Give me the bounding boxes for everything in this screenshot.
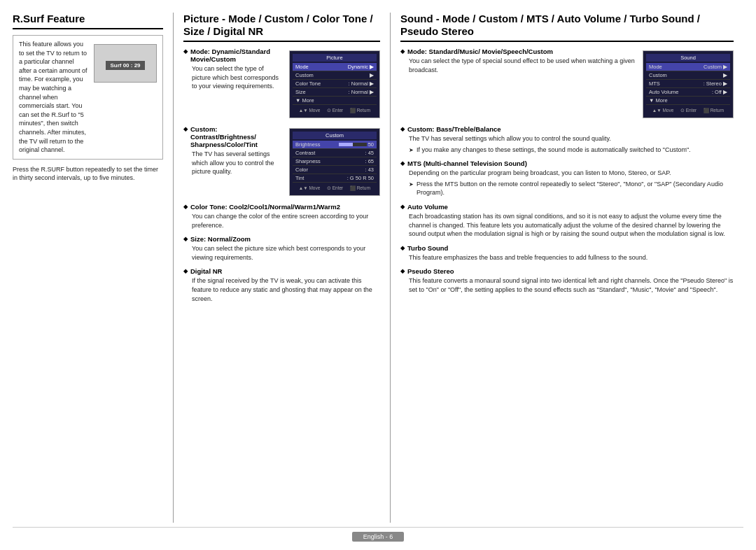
mts-body: Depending on the particular program bein… [400,169,734,178]
digitalnr-item: Digital NR If the signal received by the… [183,267,380,303]
custom-tv-screen: Custom Brightness 50 [289,128,380,196]
pseudo-item: Pseudo Stereo This feature converts a mo… [400,267,734,294]
picture-tv-title: Picture [293,54,377,62]
picture-tv-screen: Picture ModeDynamic ▶ Custom▶ Color Tone… [289,50,380,118]
digitalnr-title: Digital NR [183,267,380,275]
sound-mode-item: Mode: Standard/Music/ Movie/Speech/Custo… [400,48,637,74]
colortone-body: You can change the color of the entire s… [183,212,380,230]
sound-mode-title: Mode: Standard/Music/ Movie/Speech/Custo… [400,48,637,55]
picture-custom-body: The TV has several settings which allow … [183,150,284,176]
autovol-item: Auto Volume Each broadcasting station ha… [400,203,734,239]
mts-title: MTS (Multi-channel Television Sound) [400,160,734,167]
colortone-item: Color Tone: Cool2/Cool1/Normal/Warm1/War… [183,203,380,230]
picture-mode-title: Mode: Dynamic/Standard Movie/Custom [183,48,284,63]
sound-tv-row-more: ▼ More [646,97,730,105]
sound-tv-row-mode: ModeCustom ▶ [646,63,730,71]
tv-row-color: Color: 43 [293,166,377,174]
footer-badge: English - 6 [352,532,405,542]
sound-tv-nav: ▲▼ Move⊙ Enter⬛ Return [646,106,730,115]
sound-mode-body: You can select the type of special sound… [400,57,637,74]
tv-row-more: ▼ More [293,97,377,105]
picture-mode-body: You can select the type of picture which… [183,64,284,91]
sound-header: Sound - Mode / Custom / MTS / Auto Volum… [400,13,734,42]
rsurf-title: R.Surf Feature [13,13,163,25]
pseudo-body: This feature converts a monaural sound s… [400,276,734,294]
custom-tv-title: Custom [293,132,377,139]
col-sound: Sound - Mode / Custom / MTS / Auto Volum… [391,13,743,523]
pseudo-title: Pseudo Stereo [400,267,734,275]
columns: R.Surf Feature This feature allows you t… [13,13,743,523]
picture-tv-nav: ▲▼ Move⊙ Enter⬛ Return [293,106,377,115]
picture-custom-item: Custom: Contrast/Brightness/ Sharpness/C… [183,125,284,176]
digitalnr-body: If the signal received by the TV is weak… [183,276,380,303]
rsurf-header: R.Surf Feature [13,13,163,29]
sound-tv-row-autovol: Auto Volume: Off ▶ [646,88,730,97]
rsurf-intro-box: This feature allows you to set the TV to… [13,35,163,160]
rsurf-intro-text: This feature allows you to set the TV to… [19,40,88,155]
surf-bar-label: Surf 00 : 29 [106,61,144,70]
footer: English - 6 [13,527,743,543]
tv-row-sharpness: Sharpness: 65 [293,157,377,166]
sound-tv-screen: Sound ModeCustom ▶ Custom▶ MTS: Stereo ▶ [643,50,734,118]
size-body: You can select the picture size which be… [183,244,380,262]
sound-custom-arrow: If you make any changes to these setting… [400,146,734,155]
size-item: Size: Normal/Zoom You can select the pic… [183,235,380,262]
turbo-body: This feature emphasizes the bass and tre… [400,253,734,262]
sound-tv-row-mts: MTS: Stereo ▶ [646,80,730,88]
autovol-title: Auto Volume [400,203,734,211]
col-rsurf: R.Surf Feature This feature allows you t… [13,13,174,523]
tv-row-custom: Custom▶ [293,71,377,80]
mts-item: MTS (Multi-channel Television Sound) Dep… [400,160,734,197]
tv-row-size: Size: Normal ▶ [293,88,377,97]
sound-tv-row-custom: Custom▶ [646,71,730,80]
mts-arrow: Press the MTS button on the remote contr… [400,180,734,197]
tv-row-contrast: Contrast: 45 [293,149,377,157]
turbo-item: Turbo Sound This feature emphasizes the … [400,244,734,262]
picture-header: Picture - Mode / Custom / Color Tone / S… [183,13,380,42]
turbo-title: Turbo Sound [400,244,734,252]
sound-tv-title: Sound [646,54,730,62]
picture-title: Picture - Mode / Custom / Color Tone / S… [183,13,380,38]
tv-row-brightness: Brightness 50 [293,141,377,149]
sound-title: Sound - Mode / Custom / MTS / Auto Volum… [400,13,734,38]
picture-mode-item: Mode: Dynamic/Standard Movie/Custom You … [183,48,284,91]
custom-tv-nav: ▲▼ Move⊙ Enter⬛ Return [293,184,377,192]
size-title: Size: Normal/Zoom [183,235,380,243]
surf-screen: Surf 00 : 29 [94,44,157,83]
colortone-title: Color Tone: Cool2/Cool1/Normal/Warm1/War… [183,203,380,211]
tv-row-mode: ModeDynamic ▶ [293,63,377,71]
autovol-body: Each broadcasting station has its own si… [400,212,734,239]
page: R.Surf Feature This feature allows you t… [0,0,756,550]
col-picture: Picture - Mode / Custom / Color Tone / S… [174,13,391,523]
sound-custom-body: The TV has several settings which allow … [400,134,734,143]
sound-custom-title: Custom: Bass/Treble/Balance [400,125,734,133]
rsurf-press-note: Press the R.SURF button repeatedly to se… [13,165,163,183]
tv-row-tint: Tint: G 50 R 50 [293,174,377,183]
picture-custom-title: Custom: Contrast/Brightness/ Sharpness/C… [183,125,284,148]
sound-custom-item: Custom: Bass/Treble/Balance The TV has s… [400,125,734,154]
tv-row-colortone: Color Tone: Normal ▶ [293,80,377,88]
